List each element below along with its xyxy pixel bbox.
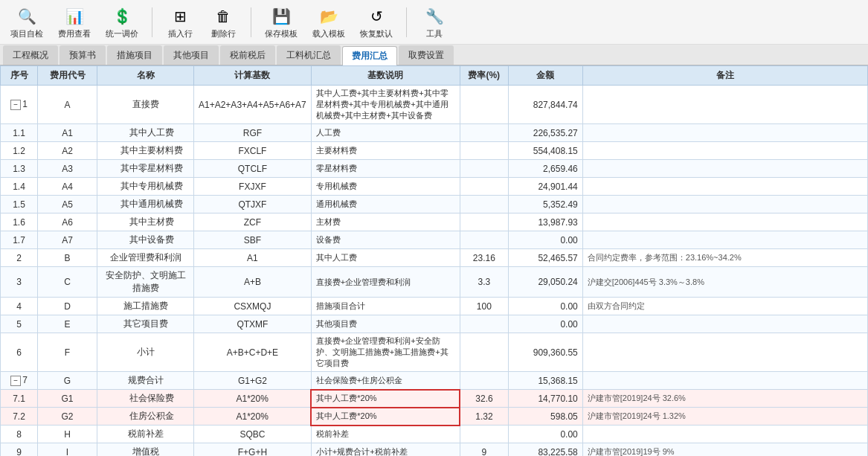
tab-labor-machine[interactable]: 工料机汇总 bbox=[277, 45, 341, 65]
tab-measures[interactable]: 措施项目 bbox=[107, 45, 162, 65]
table-row[interactable]: 3C安全防护、文明施工措施费A+B直接费+企业管理费和利润3.329,050.2… bbox=[1, 267, 868, 298]
seq-number: 7.1 bbox=[13, 394, 25, 404]
cell-calc-base: A+B+C+D+E bbox=[194, 333, 312, 372]
table-row[interactable]: 1.5A5其中通用机械费QTJXF通用机械费5,352.49 bbox=[1, 196, 868, 213]
cell-rate bbox=[460, 315, 508, 333]
table-row[interactable]: 4D施工措施费CSXMQJ措施项目合计1000.00由双方合同约定 bbox=[1, 298, 868, 315]
tab-fee-summary[interactable]: 费用汇总 bbox=[342, 46, 397, 65]
cell-name: 小计 bbox=[97, 333, 194, 372]
cell-base-desc: 其中人工费*20% bbox=[311, 390, 460, 408]
table-row[interactable]: 1.6A6其中主材费ZCF主材费13,987.93 bbox=[1, 213, 868, 231]
cell-note: 沪建市管[2019]24号 1.32% bbox=[582, 408, 867, 426]
cell-name: 其中通用机械费 bbox=[97, 196, 194, 213]
cell-code: A5 bbox=[38, 196, 97, 213]
cell-base-desc: 主材费 bbox=[311, 213, 460, 231]
save-template-btn[interactable]: 💾 保存模板 bbox=[260, 3, 302, 41]
project-check-btn[interactable]: 🔍 项目自检 bbox=[6, 3, 48, 41]
table-row[interactable]: 1.1A1其中人工费RGF人工费226,535.27 bbox=[1, 124, 868, 142]
unified-price-btn[interactable]: 💲 统一调价 bbox=[101, 3, 143, 41]
cell-calc-base: SBF bbox=[194, 231, 312, 249]
cell-rate: 9 bbox=[460, 443, 508, 457]
table-row[interactable]: 8H税前补差SQBC税前补差0.00 bbox=[1, 426, 868, 443]
cell-code: A2 bbox=[38, 142, 97, 160]
fee-view-btn[interactable]: 📊 费用查看 bbox=[54, 3, 95, 41]
cell-rate bbox=[460, 160, 508, 178]
restore-default-btn[interactable]: ↺ 恢复默认 bbox=[356, 3, 397, 41]
cell-note bbox=[582, 372, 867, 390]
cell-name: 其中零星材料费 bbox=[97, 160, 194, 178]
cell-note bbox=[582, 196, 867, 213]
table-row[interactable]: 5E其它项目费QTXMF其他项目费0.00 bbox=[1, 315, 868, 333]
cell-note bbox=[582, 333, 867, 372]
tab-bar: 工程概况 预算书 措施项目 其他项目 税前税后 工料机汇总 费用汇总 取费设置 bbox=[0, 45, 868, 65]
cell-name: 其中专用机械费 bbox=[97, 178, 194, 196]
table-row[interactable]: −1A直接费A1+A2+A3+A4+A5+A6+A7其中人工费+其中主要材料费+… bbox=[1, 86, 868, 124]
cell-code: F bbox=[38, 333, 97, 372]
cell-name: 其中主材费 bbox=[97, 213, 194, 231]
cell-rate: 1.32 bbox=[460, 408, 508, 426]
cell-note: 沪建市管[2019]24号 32.6% bbox=[582, 390, 867, 408]
seq-number: 1.1 bbox=[13, 128, 25, 138]
tab-budget[interactable]: 预算书 bbox=[60, 45, 106, 65]
table-row[interactable]: 1.3A3其中零星材料费QTCLF零星材料费2,659.46 bbox=[1, 160, 868, 178]
cell-calc-base: CSXMQJ bbox=[194, 298, 312, 315]
cell-note bbox=[582, 86, 867, 124]
cell-amount: 827,844.74 bbox=[508, 86, 582, 124]
tab-pre-tax[interactable]: 税前税后 bbox=[220, 45, 275, 65]
table-row[interactable]: 7.1G1社会保险费A1*20%其中人工费*20%32.614,770.10沪建… bbox=[1, 390, 868, 408]
table-row[interactable]: 7.2G2住房公积金A1*20%其中人工费*20%1.32598.05沪建市管[… bbox=[1, 408, 868, 426]
cell-base-desc: 小计+规费合计+税前补差 bbox=[311, 443, 460, 457]
tools-btn[interactable]: 🔧 工具 bbox=[416, 3, 453, 41]
seq-number: 1.5 bbox=[13, 199, 25, 210]
cell-calc-base: QTCLF bbox=[194, 160, 312, 178]
col-header-calc-base: 计算基数 bbox=[194, 66, 312, 86]
tab-project-overview[interactable]: 工程概况 bbox=[3, 45, 58, 65]
unified-price-icon: 💲 bbox=[110, 4, 134, 28]
table-row[interactable]: 2B企业管理费和利润A1其中人工费23.1652,465.57合同约定费率，参考… bbox=[1, 249, 868, 267]
cell-note bbox=[582, 160, 867, 178]
cell-note bbox=[582, 213, 867, 231]
table-row[interactable]: 1.4A4其中专用机械费FXJXF专用机械费24,901.44 bbox=[1, 178, 868, 196]
table-row[interactable]: 6F小计A+B+C+D+E直接费+企业管理费和利润+安全防护、文明施工措施费+施… bbox=[1, 333, 868, 372]
cell-base-desc: 其他项目费 bbox=[311, 315, 460, 333]
cell-code: I bbox=[38, 443, 97, 457]
cell-note: 沪建市管[2019]19号 9% bbox=[582, 443, 867, 457]
col-header-amount: 金额 bbox=[508, 66, 582, 86]
cell-note: 沪建交[2006]445号 3.3%～3.8% bbox=[582, 267, 867, 298]
table-row[interactable]: 1.2A2其中主要材料费FXCLF主要材料费554,408.15 bbox=[1, 142, 868, 160]
seq-number: 3 bbox=[16, 277, 22, 287]
table-row[interactable]: 9I增值税F+G+H小计+规费合计+税前补差983,225.58沪建市管[201… bbox=[1, 443, 868, 457]
cell-rate bbox=[460, 333, 508, 372]
table-body: −1A直接费A1+A2+A3+A4+A5+A6+A7其中人工费+其中主要材料费+… bbox=[1, 86, 868, 457]
seq-number: 1.7 bbox=[13, 235, 25, 245]
insert-row-btn[interactable]: ⊞ 插入行 bbox=[161, 3, 199, 41]
cell-note bbox=[582, 426, 867, 443]
cell-note bbox=[582, 142, 867, 160]
tab-fee-settings[interactable]: 取费设置 bbox=[399, 45, 454, 65]
fee-summary-table: 序号 费用代号 名称 计算基数 基数说明 费率(%) 金额 备注 −1A直接费A… bbox=[0, 65, 868, 456]
cell-seq: 5 bbox=[1, 315, 38, 333]
cell-base-desc: 专用机械费 bbox=[311, 178, 460, 196]
cell-seq: −7 bbox=[1, 372, 38, 390]
cell-rate bbox=[460, 178, 508, 196]
load-template-btn[interactable]: 📂 载入模板 bbox=[308, 3, 350, 41]
cell-note bbox=[582, 178, 867, 196]
cell-rate bbox=[460, 124, 508, 142]
tab-other-items[interactable]: 其他项目 bbox=[164, 45, 219, 65]
expand-icon[interactable]: − bbox=[10, 376, 21, 386]
seq-number: 9 bbox=[16, 447, 22, 457]
delete-row-btn[interactable]: 🗑 删除行 bbox=[205, 3, 242, 41]
cell-code: B bbox=[38, 249, 97, 267]
cell-base-desc: 其中人工费 bbox=[311, 249, 460, 267]
unified-price-label: 统一调价 bbox=[106, 28, 138, 39]
seq-number: 1.3 bbox=[13, 164, 25, 174]
table-row[interactable]: 1.7A7其中设备费SBF设备费0.00 bbox=[1, 231, 868, 249]
cell-code: E bbox=[38, 315, 97, 333]
expand-icon[interactable]: − bbox=[10, 100, 21, 110]
cell-rate bbox=[460, 196, 508, 213]
divider-3 bbox=[406, 7, 407, 37]
cell-code: H bbox=[38, 426, 97, 443]
load-template-label: 载入模板 bbox=[312, 28, 345, 39]
table-row[interactable]: −7G规费合计G1+G2社会保险费+住房公积金15,368.15 bbox=[1, 372, 868, 390]
insert-row-label: 插入行 bbox=[168, 28, 193, 39]
